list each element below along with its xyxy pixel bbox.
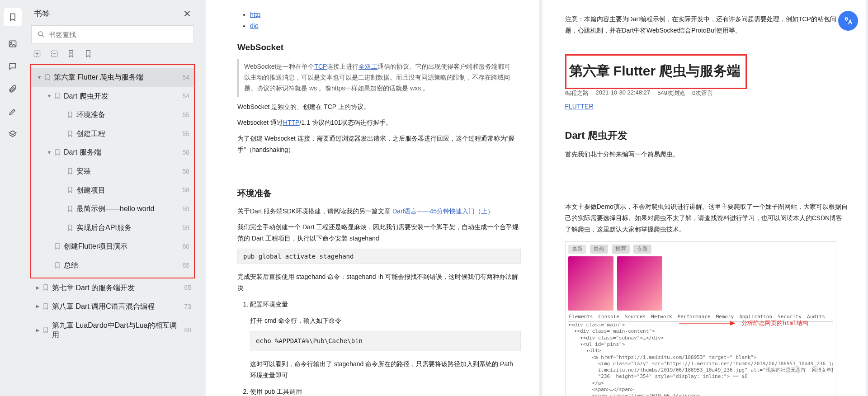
bookmark-search[interactable] bbox=[31, 25, 194, 43]
demo-tab: 最新 bbox=[568, 245, 586, 254]
bookmark-node[interactable]: ▼Dart 服务端58 bbox=[31, 143, 194, 162]
expand-icon[interactable]: ▼ bbox=[37, 75, 42, 80]
heading-env: 环境准备 bbox=[237, 188, 521, 199]
svg-marker-6 bbox=[730, 321, 736, 325]
bookmark-page: 80 bbox=[179, 326, 191, 334]
bookmark-page: 65 bbox=[178, 262, 189, 269]
add-bookmark-icon[interactable] bbox=[33, 50, 41, 58]
demo-screenshot: 最新最热推荐专题 ElementsConsoleSourcesNetworkPe… bbox=[565, 241, 836, 396]
comment-icon[interactable] bbox=[8, 61, 18, 71]
step-env-var: 配置环境变量 打开 cmd 命令行，输入如下命令 echo %APPDATA%\… bbox=[250, 298, 521, 381]
bookmark-label: 第八章 Dart 调用C语言混合编程 bbox=[52, 302, 179, 311]
bookmark-page: 65 bbox=[179, 284, 191, 291]
bookmark-icon[interactable] bbox=[4, 8, 22, 26]
content-right-pane[interactable]: 注意：本篇内容主要为Dart编程示例，在实际开发中，还有许多问题需要处理，例如T… bbox=[542, 0, 867, 396]
expand-icon[interactable]: ▼ bbox=[47, 93, 52, 99]
note-text: 注意：本篇内容主要为Dart编程示例，在实际开发中，还有许多问题需要处理，例如T… bbox=[565, 14, 849, 36]
bookmark-label: 第九章 LuaDardo中Dart与Lua的相互调用 bbox=[52, 321, 179, 340]
bookmark-outline-icon bbox=[55, 149, 61, 156]
bookmark-node[interactable]: ▶第九章 LuaDardo中Dart与Lua的相互调用80 bbox=[29, 316, 196, 344]
heading-crawler: Dart 爬虫开发 bbox=[565, 129, 849, 142]
bookmark-node[interactable]: ▶第八章 Dart 调用C语言混合编程73 bbox=[29, 297, 196, 316]
icon-rail bbox=[0, 0, 25, 396]
bookmark-label: 总结 bbox=[64, 260, 178, 270]
bookmark-page: 60 bbox=[178, 243, 189, 250]
bookmark-page: 58 bbox=[178, 149, 189, 156]
bookmark-page: 55 bbox=[178, 130, 189, 137]
bookmark-node[interactable]: ▼Dart 爬虫开发54 bbox=[31, 87, 194, 106]
bookmark-outline-icon bbox=[45, 74, 51, 80]
expand-icon[interactable]: ▼ bbox=[47, 150, 52, 155]
tag-flutter[interactable]: FLUTTER bbox=[565, 103, 594, 110]
bookmark-outline-icon bbox=[67, 112, 74, 118]
demo-tab: 专题 bbox=[633, 245, 651, 254]
bookmark-page: 59 bbox=[178, 205, 189, 212]
bookmark-outline-icon bbox=[43, 303, 49, 310]
bookmark-outline-icon bbox=[43, 284, 49, 291]
env-p2: 我们完全手动创建一个 Dart 工程还是略显麻烦，因此我们需要安装一个脚手架，自… bbox=[237, 222, 521, 244]
devtools-tab: Console bbox=[598, 314, 619, 320]
bookmark-page: 73 bbox=[179, 303, 191, 310]
highlight-icon[interactable] bbox=[8, 107, 18, 117]
bookmark-node[interactable]: 环境准备55 bbox=[31, 105, 194, 124]
bookmark-node[interactable]: 最简示例——hello world59 bbox=[31, 199, 194, 218]
bookmark-label: 实现后台API服务 bbox=[76, 223, 178, 233]
demo-tab: 推荐 bbox=[612, 245, 630, 254]
env-p1: 关于Dart 服务端SDK环境搭建，请阅读我的另一篇文章 Dart语言——45分… bbox=[237, 206, 521, 217]
article-title: 第六章 Flutter 爬虫与服务端 bbox=[569, 62, 741, 80]
bookmark-label: Dart 爬虫开发 bbox=[64, 91, 178, 101]
bookmark-label: 创建Flutter项目演示 bbox=[64, 241, 178, 251]
code-install-stagehand: pub global activate stagehand bbox=[237, 249, 521, 264]
bookmark-flag-icon[interactable] bbox=[67, 50, 75, 58]
bookmark-actions bbox=[29, 50, 196, 64]
bookmark-label: 第六章 Flutter 爬虫与服务端 bbox=[54, 72, 178, 82]
remove-bookmark-icon[interactable] bbox=[50, 50, 58, 58]
bookmark-node[interactable]: 创建工程55 bbox=[31, 124, 194, 143]
bookmark-node[interactable]: 创建Flutter项目演示60 bbox=[31, 237, 194, 256]
bookmark-label: 第七章 Dart 的服务端开发 bbox=[52, 283, 179, 293]
demo-thumbnail bbox=[617, 256, 662, 311]
devtools-tab: Network bbox=[651, 314, 672, 320]
close-icon[interactable] bbox=[183, 9, 191, 18]
link-dart-tutorial[interactable]: Dart语言——45分钟快速入门（上） bbox=[392, 207, 494, 215]
content-left-pane[interactable]: http dio WebSocket WebSocket是一种在单个TCP连接上… bbox=[206, 0, 539, 396]
devtools-tab: Sources bbox=[625, 314, 646, 320]
bookmark-outline-icon[interactable] bbox=[85, 50, 93, 58]
link-http-proto[interactable]: HTTP bbox=[283, 119, 300, 126]
bookmark-node[interactable]: 实现后台API服务59 bbox=[31, 218, 194, 237]
link-http[interactable]: http bbox=[250, 11, 260, 18]
bookmark-outline-icon bbox=[55, 93, 61, 99]
ws-desc-2: Websocket 通过HTTP/1.1 协议的101状态码进行握手。 bbox=[237, 117, 521, 128]
bookmark-outline-icon bbox=[67, 168, 74, 174]
crawler-p1: 首先我们花十分钟来编写一个简易爬虫。 bbox=[565, 149, 849, 160]
step-pub-tool: 使用 pub 工具调用 除了配置环境变量，还可以使用 pub global ru… bbox=[250, 386, 521, 396]
expand-icon[interactable]: ▶ bbox=[35, 285, 40, 291]
translate-fab[interactable] bbox=[838, 11, 858, 31]
bookmark-node[interactable]: ▼第六章 Flutter 爬虫与服务端54 bbox=[31, 68, 194, 87]
layers-icon[interactable] bbox=[8, 129, 18, 139]
bookmark-node[interactable]: 安装58 bbox=[31, 162, 194, 181]
bookmark-outline-icon bbox=[67, 187, 74, 193]
bookmark-page: 54 bbox=[178, 74, 189, 81]
expand-icon[interactable]: ▶ bbox=[35, 327, 40, 333]
attachment-icon[interactable] bbox=[8, 84, 18, 94]
bookmark-page: 58 bbox=[178, 186, 189, 193]
bookmark-label: 环境准备 bbox=[76, 110, 178, 120]
bookmark-node[interactable]: 创建项目58 bbox=[31, 181, 194, 200]
expand-icon[interactable]: ▶ bbox=[35, 303, 40, 309]
annotation-arrow: 分析静态网页的html结构 bbox=[679, 319, 808, 328]
heading-websocket: WebSocket bbox=[237, 42, 521, 52]
bookmark-label: 安装 bbox=[76, 166, 178, 176]
bookmark-search-input[interactable] bbox=[49, 31, 188, 38]
demo-tab: 最热 bbox=[590, 245, 608, 254]
devtools-tab: Elements bbox=[569, 314, 593, 320]
bookmark-node[interactable]: 总结65 bbox=[31, 256, 194, 275]
image-icon[interactable] bbox=[8, 39, 18, 49]
bookmark-outline-icon bbox=[43, 327, 49, 333]
bookmark-outline-icon bbox=[55, 262, 61, 269]
bookmark-node[interactable]: ▶第七章 Dart 的服务端开发65 bbox=[29, 278, 196, 297]
bookmark-outline-icon bbox=[67, 131, 74, 137]
link-dio[interactable]: dio bbox=[250, 22, 259, 29]
bookmark-label: 创建项目 bbox=[76, 185, 178, 195]
devtools-tab: Audits bbox=[807, 314, 825, 320]
